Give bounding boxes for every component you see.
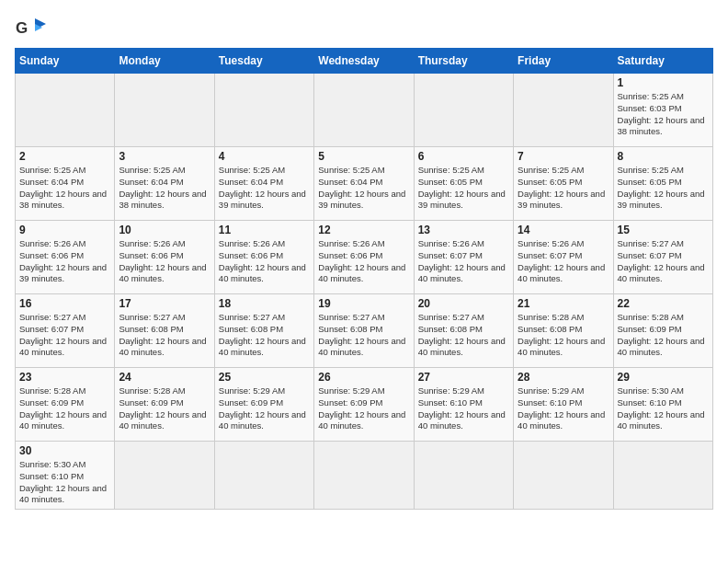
day-info: Sunrise: 5:25 AM Sunset: 6:04 PM Dayligh… bbox=[318, 165, 409, 212]
calendar-table: SundayMondayTuesdayWednesdayThursdayFrid… bbox=[15, 48, 713, 510]
calendar-cell bbox=[414, 442, 513, 510]
calendar-cell bbox=[314, 442, 414, 510]
day-info: Sunrise: 5:27 AM Sunset: 6:08 PM Dayligh… bbox=[119, 312, 210, 359]
header: G bbox=[15, 15, 713, 40]
day-number: 28 bbox=[518, 371, 609, 384]
day-info: Sunrise: 5:25 AM Sunset: 6:04 PM Dayligh… bbox=[19, 165, 110, 212]
day-info: Sunrise: 5:26 AM Sunset: 6:06 PM Dayligh… bbox=[19, 238, 110, 285]
day-info: Sunrise: 5:30 AM Sunset: 6:10 PM Dayligh… bbox=[19, 459, 110, 506]
calendar-cell: 8Sunrise: 5:25 AM Sunset: 6:05 PM Daylig… bbox=[613, 147, 712, 221]
day-number: 14 bbox=[518, 224, 609, 236]
day-info: Sunrise: 5:25 AM Sunset: 6:05 PM Dayligh… bbox=[518, 165, 609, 212]
weekday-header-monday: Monday bbox=[115, 49, 214, 74]
calendar-cell: 26Sunrise: 5:29 AM Sunset: 6:09 PM Dayli… bbox=[314, 368, 414, 442]
calendar-cell bbox=[514, 442, 613, 510]
day-number: 6 bbox=[418, 150, 509, 163]
calendar-cell: 21Sunrise: 5:28 AM Sunset: 6:08 PM Dayli… bbox=[514, 294, 613, 368]
calendar-cell: 6Sunrise: 5:25 AM Sunset: 6:05 PM Daylig… bbox=[414, 147, 513, 221]
day-number: 3 bbox=[119, 150, 210, 163]
calendar-cell: 9Sunrise: 5:26 AM Sunset: 6:06 PM Daylig… bbox=[16, 221, 115, 294]
calendar-body: 1Sunrise: 5:25 AM Sunset: 6:03 PM Daylig… bbox=[16, 74, 713, 510]
calendar-week-2: 2Sunrise: 5:25 AM Sunset: 6:04 PM Daylig… bbox=[16, 147, 713, 221]
day-number: 5 bbox=[318, 150, 409, 163]
calendar-cell: 25Sunrise: 5:29 AM Sunset: 6:09 PM Dayli… bbox=[214, 368, 313, 442]
day-number: 1 bbox=[618, 76, 709, 89]
day-info: Sunrise: 5:28 AM Sunset: 6:09 PM Dayligh… bbox=[19, 385, 110, 432]
day-number: 15 bbox=[618, 224, 709, 236]
day-number: 11 bbox=[219, 224, 310, 236]
calendar-cell bbox=[16, 74, 115, 147]
calendar-week-6: 30Sunrise: 5:30 AM Sunset: 6:10 PM Dayli… bbox=[16, 442, 713, 510]
day-number: 24 bbox=[119, 371, 210, 384]
day-info: Sunrise: 5:28 AM Sunset: 6:08 PM Dayligh… bbox=[518, 312, 609, 359]
day-info: Sunrise: 5:26 AM Sunset: 6:06 PM Dayligh… bbox=[318, 238, 409, 285]
day-number: 8 bbox=[618, 150, 709, 163]
calendar-cell: 27Sunrise: 5:29 AM Sunset: 6:10 PM Dayli… bbox=[414, 368, 513, 442]
calendar-cell: 30Sunrise: 5:30 AM Sunset: 6:10 PM Dayli… bbox=[16, 442, 115, 510]
day-number: 7 bbox=[518, 150, 609, 163]
day-number: 26 bbox=[318, 371, 409, 384]
calendar-header: SundayMondayTuesdayWednesdayThursdayFrid… bbox=[16, 49, 713, 74]
calendar-cell: 19Sunrise: 5:27 AM Sunset: 6:08 PM Dayli… bbox=[314, 294, 414, 368]
calendar-cell bbox=[115, 442, 214, 510]
calendar-cell: 17Sunrise: 5:27 AM Sunset: 6:08 PM Dayli… bbox=[115, 294, 214, 368]
day-info: Sunrise: 5:25 AM Sunset: 6:05 PM Dayligh… bbox=[418, 165, 509, 212]
day-info: Sunrise: 5:29 AM Sunset: 6:10 PM Dayligh… bbox=[418, 385, 509, 432]
weekday-header-row: SundayMondayTuesdayWednesdayThursdayFrid… bbox=[16, 49, 713, 74]
day-number: 20 bbox=[418, 297, 509, 310]
day-info: Sunrise: 5:29 AM Sunset: 6:09 PM Dayligh… bbox=[318, 385, 409, 432]
day-number: 10 bbox=[119, 224, 210, 236]
day-info: Sunrise: 5:25 AM Sunset: 6:05 PM Dayligh… bbox=[618, 165, 709, 212]
day-info: Sunrise: 5:26 AM Sunset: 6:06 PM Dayligh… bbox=[119, 238, 210, 285]
calendar-cell: 24Sunrise: 5:28 AM Sunset: 6:09 PM Dayli… bbox=[115, 368, 214, 442]
day-info: Sunrise: 5:25 AM Sunset: 6:04 PM Dayligh… bbox=[119, 165, 210, 212]
day-number: 13 bbox=[418, 224, 509, 236]
calendar-cell bbox=[214, 74, 313, 147]
day-info: Sunrise: 5:27 AM Sunset: 6:07 PM Dayligh… bbox=[618, 238, 709, 285]
calendar-week-5: 23Sunrise: 5:28 AM Sunset: 6:09 PM Dayli… bbox=[16, 368, 713, 442]
day-number: 30 bbox=[19, 444, 110, 457]
calendar-cell: 15Sunrise: 5:27 AM Sunset: 6:07 PM Dayli… bbox=[613, 221, 712, 294]
calendar-cell: 1Sunrise: 5:25 AM Sunset: 6:03 PM Daylig… bbox=[613, 74, 712, 147]
svg-text:G: G bbox=[16, 19, 28, 37]
day-number: 18 bbox=[219, 297, 310, 310]
calendar-cell bbox=[414, 74, 513, 147]
day-number: 27 bbox=[418, 371, 509, 384]
day-info: Sunrise: 5:29 AM Sunset: 6:10 PM Dayligh… bbox=[518, 385, 609, 432]
day-info: Sunrise: 5:28 AM Sunset: 6:09 PM Dayligh… bbox=[119, 385, 210, 432]
calendar-cell: 2Sunrise: 5:25 AM Sunset: 6:04 PM Daylig… bbox=[16, 147, 115, 221]
day-info: Sunrise: 5:25 AM Sunset: 6:03 PM Dayligh… bbox=[618, 91, 709, 138]
calendar-week-4: 16Sunrise: 5:27 AM Sunset: 6:07 PM Dayli… bbox=[16, 294, 713, 368]
calendar-cell: 29Sunrise: 5:30 AM Sunset: 6:10 PM Dayli… bbox=[613, 368, 712, 442]
day-number: 23 bbox=[19, 371, 110, 384]
calendar-cell: 18Sunrise: 5:27 AM Sunset: 6:08 PM Dayli… bbox=[214, 294, 313, 368]
calendar-week-1: 1Sunrise: 5:25 AM Sunset: 6:03 PM Daylig… bbox=[16, 74, 713, 147]
calendar-cell: 7Sunrise: 5:25 AM Sunset: 6:05 PM Daylig… bbox=[514, 147, 613, 221]
logo: G bbox=[15, 15, 51, 40]
calendar-cell: 23Sunrise: 5:28 AM Sunset: 6:09 PM Dayli… bbox=[16, 368, 115, 442]
calendar-cell: 4Sunrise: 5:25 AM Sunset: 6:04 PM Daylig… bbox=[214, 147, 313, 221]
day-info: Sunrise: 5:27 AM Sunset: 6:08 PM Dayligh… bbox=[219, 312, 310, 359]
calendar-cell: 13Sunrise: 5:26 AM Sunset: 6:07 PM Dayli… bbox=[414, 221, 513, 294]
day-number: 4 bbox=[219, 150, 310, 163]
weekday-header-friday: Friday bbox=[514, 49, 613, 74]
calendar-cell bbox=[314, 74, 414, 147]
calendar-cell: 5Sunrise: 5:25 AM Sunset: 6:04 PM Daylig… bbox=[314, 147, 414, 221]
day-number: 29 bbox=[618, 371, 709, 384]
day-number: 22 bbox=[618, 297, 709, 310]
weekday-header-sunday: Sunday bbox=[16, 49, 115, 74]
day-info: Sunrise: 5:26 AM Sunset: 6:06 PM Dayligh… bbox=[219, 238, 310, 285]
calendar-cell bbox=[514, 74, 613, 147]
calendar-cell: 14Sunrise: 5:26 AM Sunset: 6:07 PM Dayli… bbox=[514, 221, 613, 294]
calendar-cell: 20Sunrise: 5:27 AM Sunset: 6:08 PM Dayli… bbox=[414, 294, 513, 368]
calendar-cell: 3Sunrise: 5:25 AM Sunset: 6:04 PM Daylig… bbox=[115, 147, 214, 221]
day-info: Sunrise: 5:29 AM Sunset: 6:09 PM Dayligh… bbox=[219, 385, 310, 432]
day-info: Sunrise: 5:30 AM Sunset: 6:10 PM Dayligh… bbox=[618, 385, 709, 432]
calendar-cell: 12Sunrise: 5:26 AM Sunset: 6:06 PM Dayli… bbox=[314, 221, 414, 294]
calendar-cell: 22Sunrise: 5:28 AM Sunset: 6:09 PM Dayli… bbox=[613, 294, 712, 368]
calendar-cell: 28Sunrise: 5:29 AM Sunset: 6:10 PM Dayli… bbox=[514, 368, 613, 442]
day-info: Sunrise: 5:27 AM Sunset: 6:07 PM Dayligh… bbox=[19, 312, 110, 359]
day-number: 21 bbox=[518, 297, 609, 310]
day-info: Sunrise: 5:25 AM Sunset: 6:04 PM Dayligh… bbox=[219, 165, 310, 212]
day-info: Sunrise: 5:26 AM Sunset: 6:07 PM Dayligh… bbox=[518, 238, 609, 285]
